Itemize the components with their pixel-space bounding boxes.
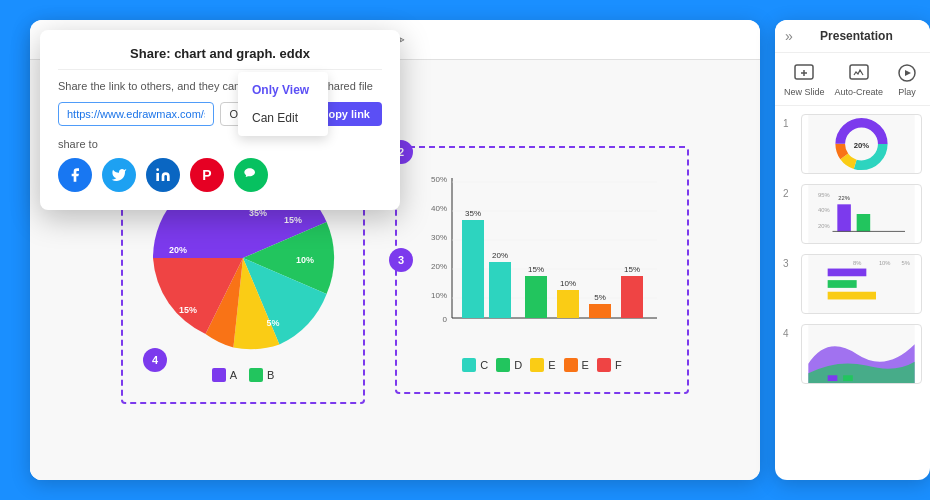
svg-text:5%: 5% (901, 260, 909, 266)
bar-legend-e2-label: E (582, 359, 589, 371)
slide-thumb-1: 20% (801, 114, 922, 174)
share-pinterest-button[interactable]: P (190, 158, 224, 192)
bar-y-40: 40% (431, 204, 447, 213)
bar-e2-label: 5% (594, 293, 606, 302)
svg-rect-23 (857, 214, 871, 231)
bar-legend-f-box (597, 358, 611, 372)
bar-y-50: 50% (431, 175, 447, 184)
bar-legend-c: C (462, 358, 488, 372)
view-mode-dropdown: Only View Can Edit (238, 72, 328, 136)
svg-rect-34 (828, 375, 838, 381)
share-linkedin-button[interactable] (146, 158, 180, 192)
slide-thumb-3: 8% 10% 5% (801, 254, 922, 314)
slide-item-1[interactable]: 1 20% (783, 114, 922, 174)
pie-legend-b: B (249, 368, 274, 382)
bar-legend-d: D (496, 358, 522, 372)
bar-legend-e-box (530, 358, 544, 372)
auto-create-button[interactable]: Auto-Create (834, 61, 883, 97)
share-twitter-button[interactable] (102, 158, 136, 192)
slide-num-3: 3 (783, 258, 795, 269)
play-label: Play (898, 87, 916, 97)
bar-legend-c-label: C (480, 359, 488, 371)
slide-item-2[interactable]: 2 95% 40% 20% 22% (783, 184, 922, 244)
right-sidebar: » Presentation New Slide Auto-Create Pla… (775, 20, 930, 480)
bar-c-right (489, 262, 511, 318)
sidebar-collapse-icon[interactable]: » (785, 28, 793, 44)
bar-e (557, 290, 579, 318)
bar-legend: C D E E F (417, 358, 667, 372)
slide-num-2: 2 (783, 188, 795, 199)
dropdown-only-view[interactable]: Only View (238, 76, 328, 104)
slides-list: 1 20% 2 95% 40% (775, 106, 930, 476)
svg-point-5 (156, 168, 159, 171)
share-facebook-button[interactable] (58, 158, 92, 192)
svg-rect-30 (828, 269, 867, 277)
bar-legend-d-label: D (514, 359, 522, 371)
new-slide-icon (790, 61, 818, 85)
bar-y-30: 30% (431, 233, 447, 242)
bar-label-3: 3 (389, 248, 413, 272)
bar-c-right-label: 20% (492, 251, 508, 260)
bar-y-0: 0 (443, 315, 448, 324)
pie-label-5: 5% (266, 318, 279, 328)
new-slide-label: New Slide (784, 87, 825, 97)
share-icons-row: P (58, 158, 382, 192)
bar-legend-f-label: F (615, 359, 622, 371)
svg-text:8%: 8% (853, 260, 861, 266)
slide-thumb-4 (801, 324, 922, 384)
pie-legend-b-label: B (267, 369, 274, 381)
share-wechat-button[interactable] (234, 158, 268, 192)
dropdown-can-edit[interactable]: Can Edit (238, 104, 328, 132)
auto-create-label: Auto-Create (834, 87, 883, 97)
bar-d (525, 276, 547, 318)
sidebar-actions: New Slide Auto-Create Play (775, 53, 930, 106)
bar-c-left-label: 35% (465, 209, 481, 218)
share-modal-title: Share: chart and graph. eddx (58, 46, 382, 70)
svg-text:22%: 22% (838, 195, 850, 201)
bar-f (621, 276, 643, 318)
play-icon (893, 61, 921, 85)
svg-rect-32 (828, 292, 876, 300)
pie-label-10: 10% (296, 255, 314, 265)
bar-y-20: 20% (431, 262, 447, 271)
svg-text:20%: 20% (854, 141, 870, 150)
pie-label-15-top: 15% (284, 215, 302, 225)
bar-legend-f: F (597, 358, 622, 372)
svg-text:95%: 95% (818, 192, 830, 198)
bar-legend-e2-box (564, 358, 578, 372)
svg-marker-11 (905, 70, 911, 76)
svg-text:40%: 40% (818, 207, 830, 213)
pie-legend-a-label: A (230, 369, 237, 381)
slide-num-4: 4 (783, 328, 795, 339)
bar-legend-e: E (530, 358, 555, 372)
sidebar-title: Presentation (793, 29, 920, 43)
bar-e-label: 10% (560, 279, 576, 288)
svg-text:20%: 20% (818, 223, 830, 229)
pie-legend: A B (143, 368, 343, 382)
bar-c-left (462, 220, 484, 318)
share-link-input[interactable] (58, 102, 214, 126)
bar-chart-svg: 50% 40% 30% 20% 10% 0 35% (417, 168, 667, 348)
pie-label-4: 4 (143, 348, 167, 372)
play-button[interactable]: Play (893, 61, 921, 97)
new-slide-button[interactable]: New Slide (784, 61, 825, 97)
auto-create-icon (845, 61, 873, 85)
slide-item-3[interactable]: 3 8% 10% 5% (783, 254, 922, 314)
pie-label-15-bot: 15% (179, 305, 197, 315)
bar-legend-d-box (496, 358, 510, 372)
share-modal: Share: chart and graph. eddx Share the l… (40, 30, 400, 210)
bar-legend-e-label: E (548, 359, 555, 371)
share-to-label: share to (58, 138, 382, 150)
bar-section: 2 3 50% 40% 30% 20% 10% 0 (395, 146, 689, 394)
bar-f-label: 15% (624, 265, 640, 274)
pie-legend-a-box (212, 368, 226, 382)
svg-rect-31 (828, 280, 857, 288)
svg-rect-35 (843, 375, 853, 381)
bar-legend-c-box (462, 358, 476, 372)
slide-num-1: 1 (783, 118, 795, 129)
pie-legend-b-box (249, 368, 263, 382)
slide-item-4[interactable]: 4 (783, 324, 922, 384)
bar-legend-e2: E (564, 358, 589, 372)
svg-rect-22 (837, 204, 851, 231)
bar-e2 (589, 304, 611, 318)
